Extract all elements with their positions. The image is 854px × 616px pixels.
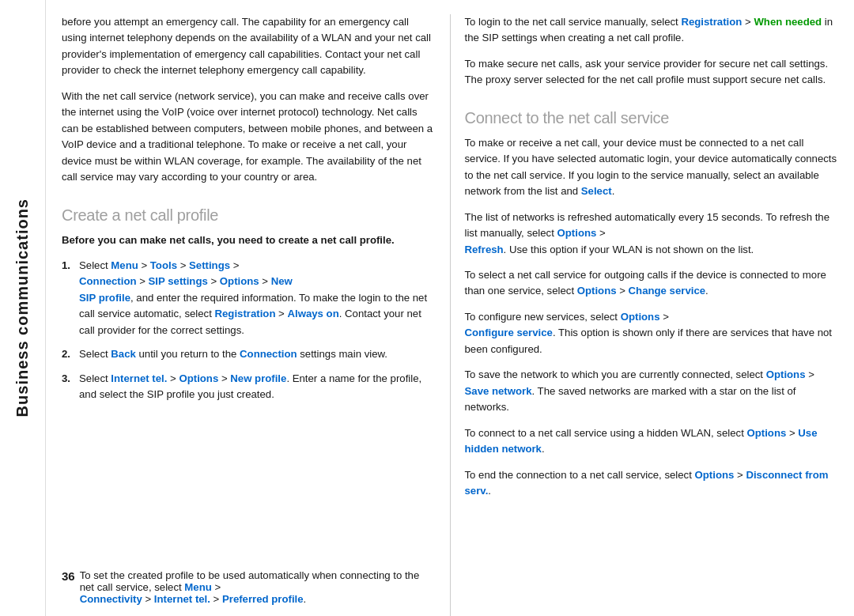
options-link-r2: Options [577, 285, 617, 297]
list-item-1: 1. Select Menu > Tools > Settings > Conn… [62, 258, 436, 338]
tools-link: Tools [150, 259, 177, 271]
back-link: Back [111, 348, 136, 360]
left-intro-1: before you attempt an emergency call. Th… [62, 14, 436, 79]
sidebar: Business communications [0, 0, 46, 616]
always-on-link: Always on [287, 308, 338, 319]
right-para-1: To make or receive a net call, your devi… [465, 135, 839, 200]
options-link-r4: Options [766, 368, 806, 380]
connectivity-link: Connectivity [80, 593, 142, 605]
list-number-2: 2. [62, 346, 79, 362]
options-link-1: Options [220, 275, 259, 287]
menu-link-bottom: Menu [184, 581, 211, 593]
right-para-2: The list of networks is refreshed automa… [465, 210, 839, 258]
sidebar-label: Business communications [13, 198, 32, 417]
left-intro-2: With the net call service (network servi… [62, 89, 436, 186]
left-before-text: Before you can make net calls, you need … [62, 232, 436, 248]
right-section-title: Connect to the net call service [465, 109, 839, 127]
left-section-title: Create a net call profile [62, 206, 436, 225]
list-number-3: 3. [62, 371, 79, 387]
sip-settings-link: SIP settings [149, 275, 208, 287]
right-para-6: To connect to a net call service using a… [465, 425, 839, 458]
right-para-3: To select a net call service for outgoin… [465, 267, 839, 300]
bottom-nav-text: To set the created profile to be used au… [80, 569, 436, 605]
registration-link-1: Registration [212, 308, 276, 319]
refresh-link: Refresh [465, 244, 504, 255]
disconnect-link: Disconnect from serv. [465, 469, 829, 497]
list-number-1: 1. [62, 258, 79, 274]
list-content-2: Select Back until you return to the Conn… [79, 346, 436, 362]
change-service-link: Change service [629, 285, 706, 297]
list-item-3: 3. Select Internet tel. > Options > New … [62, 371, 436, 403]
internet-tel-link-bottom: Internet tel. [154, 593, 210, 605]
options-link-2: Options [179, 372, 218, 384]
right-intro-2: To make secure net calls, ask your servi… [465, 56, 839, 89]
connection-link-1: Connection [79, 275, 137, 287]
right-intro-1: To login to the net call service manuall… [465, 14, 839, 47]
settings-link: Settings [189, 259, 230, 271]
save-network-link: Save network [465, 385, 532, 397]
left-bottom: 36 To set the created profile to be used… [62, 569, 436, 616]
list-content-1: Select Menu > Tools > Settings > Connect… [79, 258, 436, 338]
right-para-4: To configure new services, select Option… [465, 309, 839, 357]
options-link-r1: Options [557, 227, 597, 239]
connection-link-2: Connection [240, 348, 297, 360]
right-para-5: To save the network to which you are cur… [465, 367, 839, 415]
registration-link-right: Registration [681, 16, 742, 28]
left-numbered-list: 1. Select Menu > Tools > Settings > Conn… [62, 258, 436, 411]
options-link-r6: Options [695, 469, 735, 481]
internet-tel-link-1: Internet tel. [111, 372, 167, 384]
when-needed-link: When needed [754, 16, 822, 28]
select-link: Select [581, 185, 612, 197]
options-link-r3: Options [621, 311, 660, 323]
list-content-3: Select Internet tel. > Options > New pro… [79, 371, 436, 403]
options-link-r5: Options [746, 427, 786, 439]
right-para-7: To end the connection to a net call serv… [465, 467, 839, 511]
configure-service-link: Configure service [465, 327, 553, 338]
menu-link-1: Menu [111, 259, 138, 271]
new-profile-link: New profile [230, 372, 286, 384]
preferred-profile-link: Preferred profile [222, 593, 304, 605]
list-item-2: 2. Select Back until you return to the C… [62, 346, 436, 362]
page-number: 36 [62, 569, 75, 583]
